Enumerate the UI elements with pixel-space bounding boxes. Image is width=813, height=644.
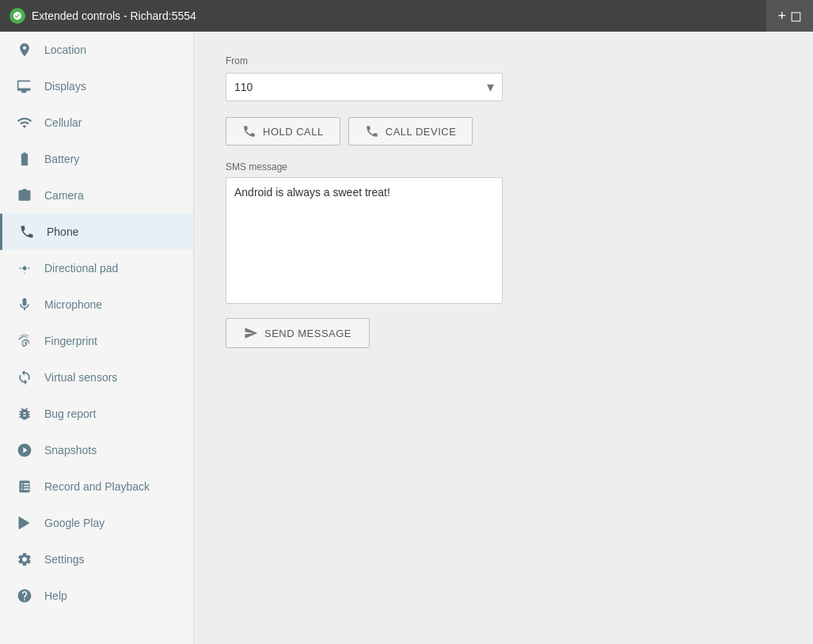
app-icon [9,8,25,24]
sidebar-label-cellular: Cellular [44,116,82,129]
send-row: SEND MESSAGE [226,318,781,348]
sidebar-item-phone[interactable]: Phone [0,214,193,250]
window-title: Extended controls - Richard:5554 [32,9,196,22]
sidebar: Location Displays Cellular Battery Camer [0,32,194,644]
call-device-label: CALL DEVICE [386,126,457,138]
sidebar-item-snapshots[interactable]: Snapshots [0,432,193,468]
phone-icon [18,223,36,241]
sidebar-item-displays[interactable]: Displays [0,68,193,104]
sidebar-item-battery[interactable]: Battery [0,141,193,177]
sidebar-item-google-play[interactable]: Google Play [0,505,193,541]
google-play-icon [16,514,33,532]
sidebar-label-location: Location [44,44,86,56]
sms-label: SMS message [226,161,781,172]
sidebar-label-help: Help [44,589,67,602]
location-icon [16,41,33,59]
sidebar-label-bug-report: Bug report [44,407,96,420]
hold-call-icon [242,124,256,138]
sidebar-label-settings: Settings [44,553,85,566]
from-value: 110 [234,81,253,93]
sidebar-label-displays: Displays [44,80,86,93]
sidebar-label-google-play: Google Play [44,517,104,529]
sidebar-label-phone: Phone [47,225,78,238]
battery-icon [16,150,33,168]
hold-call-button[interactable]: HOLD CALL [226,117,340,146]
add-button[interactable]: + ◻ [766,0,813,32]
settings-icon [16,551,33,568]
call-device-button[interactable]: CALL DEVICE [348,117,473,146]
from-label: From [226,55,781,66]
hold-call-label: HOLD CALL [263,126,324,138]
send-message-label: SEND MESSAGE [264,328,351,339]
title-bar: Extended controls - Richard:5554 + ◻ [0,0,813,32]
sidebar-label-snapshots: Snapshots [44,444,97,456]
sidebar-item-fingerprint[interactable]: Fingerprint [0,323,193,359]
sidebar-item-bug-report[interactable]: Bug report [0,396,193,432]
sidebar-item-directional-pad[interactable]: Directional pad [0,250,193,286]
from-dropdown[interactable]: 110 ▾ [226,73,503,101]
microphone-icon [16,296,33,313]
sidebar-item-virtual-sensors[interactable]: Virtual sensors [0,359,193,396]
virtual-sensors-icon [16,369,33,386]
call-buttons-row: HOLD CALL CALL DEVICE [226,117,781,146]
sidebar-label-microphone: Microphone [44,298,102,311]
sidebar-item-settings[interactable]: Settings [0,541,193,578]
sidebar-item-camera[interactable]: Camera [0,177,193,214]
content-area: From 110 ▾ HOLD CALL CALL DEVICE SMS mes… [194,32,813,644]
sms-textarea[interactable]: Android is always a sweet treat! [226,177,503,304]
snapshots-icon [16,441,33,459]
displays-icon [16,78,33,95]
main-layout: Location Displays Cellular Battery Camer [0,32,813,644]
dropdown-arrow-icon: ▾ [487,78,494,96]
fingerprint-icon [16,332,33,350]
call-device-icon [365,124,379,138]
send-message-icon [244,326,258,340]
record-playback-icon [16,478,33,495]
sidebar-item-microphone[interactable]: Microphone [0,286,193,323]
sidebar-label-record-playback: Record and Playback [44,480,150,493]
sidebar-item-help[interactable]: Help [0,578,193,614]
camera-icon [16,187,33,204]
sidebar-item-location[interactable]: Location [0,32,193,68]
bug-report-icon [16,405,33,422]
cellular-icon [16,114,33,131]
send-message-button[interactable]: SEND MESSAGE [226,318,370,348]
sidebar-item-record-playback[interactable]: Record and Playback [0,468,193,505]
help-icon [16,587,33,604]
sidebar-label-camera: Camera [44,189,84,202]
sidebar-item-cellular[interactable]: Cellular [0,104,193,141]
sidebar-label-virtual-sensors: Virtual sensors [44,371,117,384]
sidebar-label-battery: Battery [44,153,79,165]
sidebar-label-dpad: Directional pad [44,262,118,275]
dpad-icon [16,259,33,277]
sidebar-label-fingerprint: Fingerprint [44,335,97,347]
